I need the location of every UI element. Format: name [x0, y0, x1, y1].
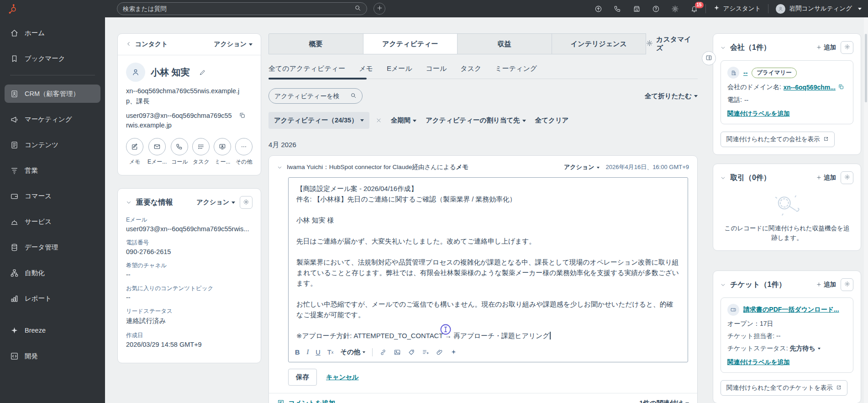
ticket-status-row[interactable]: チケットステータス: 先方待ち	[727, 345, 847, 353]
notifications-icon[interactable]: 15	[690, 5, 698, 13]
about-actions-dropdown[interactable]: アクション	[196, 198, 235, 207]
ticket-name-link[interactable]: 請求書のPDF一括ダウンロード...	[743, 306, 839, 314]
chevron-down-icon[interactable]	[126, 200, 132, 205]
subtab-emails[interactable]: Eメール	[387, 64, 412, 79]
note-editor[interactable]: 【商談設定メール案 - 2026/04/16作成】 件名: 【小林様】先日のご連…	[288, 177, 688, 362]
clear-all-filters[interactable]: 全てクリア	[535, 116, 569, 125]
about-settings-button[interactable]	[240, 196, 253, 209]
copy-icon[interactable]	[239, 112, 246, 122]
global-search-input[interactable]	[123, 5, 354, 12]
collapse-all-dropdown[interactable]: 全て折りたたむ	[645, 92, 698, 101]
add-deal-button[interactable]: 追加	[816, 174, 836, 182]
caret-down-icon	[249, 43, 253, 46]
quick-action-note[interactable]: メモ	[126, 138, 143, 166]
sidebar-item-data[interactable]: データ管理	[5, 238, 100, 256]
more-formatting-dropdown[interactable]: その他	[340, 348, 365, 356]
note-actions-dropdown[interactable]: アクション	[564, 163, 600, 171]
upgrade-icon[interactable]	[594, 5, 602, 13]
ai-sparkle-icon[interactable]	[450, 349, 457, 355]
quote-icon[interactable]	[408, 349, 415, 356]
subtab-calls[interactable]: コール	[426, 64, 447, 79]
customize-button[interactable]: カスタマイズ	[646, 33, 698, 54]
contact-email[interactable]: user0973@xn--6oq569chma769c55rwis.exampl…	[126, 112, 232, 129]
save-button[interactable]: 保存	[288, 369, 317, 386]
sidebar-item-crm[interactable]: CRM（顧客管理）	[5, 85, 100, 103]
help-icon[interactable]	[652, 5, 660, 13]
tab-overview[interactable]: 概要	[268, 33, 363, 54]
collapse-right-panel-button[interactable]	[702, 51, 716, 65]
calling-icon[interactable]	[614, 5, 621, 13]
tab-intelligence[interactable]: インテリジェンス	[552, 33, 647, 54]
chevron-down-icon[interactable]	[721, 282, 726, 287]
subtab-all-activities[interactable]: 全てのアクティビティー	[268, 64, 345, 79]
add-association-label-link[interactable]: 関連付けラベルを追加	[727, 110, 790, 117]
meeting-icon	[214, 138, 231, 155]
global-create-button[interactable]	[374, 3, 385, 15]
note-editor-text[interactable]: 【商談設定メール案 - 2026/04/16作成】 件名: 【小林様】先日のご連…	[289, 178, 688, 344]
clear-format-button[interactable]: Tx	[327, 349, 333, 356]
link-icon[interactable]	[379, 349, 387, 356]
add-comment-link[interactable]: コメントを追加	[277, 399, 335, 403]
activity-search[interactable]	[268, 88, 363, 104]
company-domain-link[interactable]: xn--6oq569chm...	[784, 84, 836, 91]
marketplace-icon[interactable]	[633, 5, 641, 13]
sidebar-item-home[interactable]: ホーム	[5, 24, 100, 42]
add-ticket-button[interactable]: 追加	[816, 281, 836, 289]
subtab-meetings[interactable]: ミーティング	[495, 64, 537, 79]
sidebar-item-marketing[interactable]: マーケティング	[5, 110, 100, 128]
snippet-icon[interactable]	[422, 349, 429, 356]
attachment-icon[interactable]	[436, 349, 443, 356]
bold-button[interactable]: B	[295, 349, 300, 356]
quick-action-email[interactable]: Eメー...	[147, 138, 167, 166]
underline-button[interactable]: U	[316, 349, 320, 356]
association-count-dropdown[interactable]: 1件の関連付け	[639, 399, 689, 403]
global-search[interactable]	[117, 2, 367, 15]
sidebar-item-bookmarks[interactable]: ブックマーク	[5, 49, 100, 68]
assistant-button[interactable]: アシスタント	[713, 5, 761, 13]
chevron-down-icon[interactable]	[721, 175, 726, 180]
quick-action-meeting[interactable]: ミー...	[214, 138, 231, 166]
chevron-down-icon[interactable]	[721, 45, 726, 50]
settings-icon[interactable]	[671, 5, 679, 13]
sidebar-item-breeze[interactable]: Breeze	[5, 321, 100, 339]
assignee-filter[interactable]: アクティビティーの割り当て先	[426, 116, 526, 125]
tickets-settings-button[interactable]	[841, 278, 853, 291]
add-company-button[interactable]: 追加	[816, 43, 836, 52]
hubspot-logo-icon[interactable]	[7, 4, 17, 14]
quick-action-task[interactable]: タスク	[192, 138, 210, 166]
quick-action-call[interactable]: コール	[171, 138, 188, 166]
edit-name-icon[interactable]	[199, 69, 206, 76]
contact-actions-dropdown[interactable]: アクション	[214, 40, 253, 48]
page-scrollbar[interactable]	[864, 17, 868, 403]
tab-activities[interactable]: アクティビティー	[363, 33, 458, 54]
view-all-companies-button[interactable]: 関連付けられた全ての会社を表示	[721, 132, 835, 147]
copy-icon[interactable]	[838, 84, 844, 91]
sidebar-item-content[interactable]: コンテンツ	[5, 136, 100, 154]
clear-filter-icon[interactable]	[376, 117, 382, 123]
account-menu[interactable]: 岩間コンサルティング	[776, 4, 862, 14]
sidebar-item-reports[interactable]: レポート	[5, 289, 100, 308]
period-filter[interactable]: 全期間	[391, 116, 417, 125]
quick-action-more[interactable]: その他	[235, 138, 253, 166]
sidebar-item-commerce[interactable]: コマース	[5, 187, 100, 205]
add-association-label-link[interactable]: 関連付けラベルを追加	[727, 359, 790, 366]
companies-settings-button[interactable]	[841, 41, 853, 54]
sidebar-item-service[interactable]: サービス	[5, 212, 100, 231]
cancel-link[interactable]: キャンセル	[326, 373, 359, 382]
sidebar-item-automation[interactable]: 自動化	[5, 264, 100, 282]
deals-settings-button[interactable]	[841, 171, 853, 184]
sidebar-item-dev[interactable]: 開発	[5, 347, 100, 365]
chevron-down-icon[interactable]	[277, 165, 282, 170]
sidebar-item-sales[interactable]: 営業	[5, 161, 100, 180]
tab-revenue[interactable]: 収益	[457, 33, 552, 54]
activity-search-input[interactable]	[274, 92, 350, 100]
subtab-tasks[interactable]: タスク	[460, 64, 481, 79]
view-all-tickets-button[interactable]: 関連付けられた全てのチケットを表示	[721, 380, 847, 396]
image-icon[interactable]	[394, 349, 401, 356]
italic-button[interactable]: I	[306, 348, 309, 356]
subtab-notes[interactable]: メモ	[359, 64, 373, 79]
activity-type-filter-chip[interactable]: アクティビティー（24/35）	[268, 112, 369, 129]
scrollbar-thumb[interactable]	[865, 34, 867, 102]
back-to-contacts[interactable]: コンタクト	[126, 40, 168, 48]
company-name-link[interactable]: --	[743, 69, 747, 76]
